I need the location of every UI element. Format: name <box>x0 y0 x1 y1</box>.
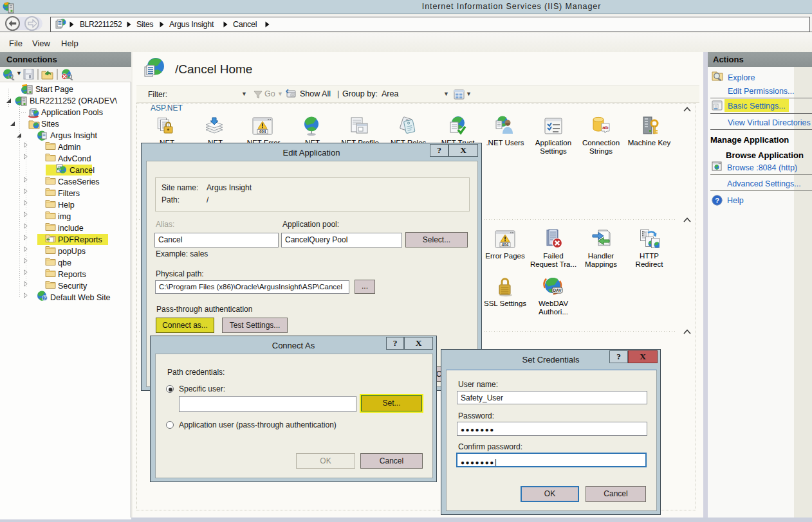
svg-text:?: ? <box>715 197 719 204</box>
svg-text:DAV: DAV <box>553 288 562 292</box>
svg-text:?: ? <box>44 296 46 300</box>
svg-text:ab: ab <box>602 125 608 130</box>
